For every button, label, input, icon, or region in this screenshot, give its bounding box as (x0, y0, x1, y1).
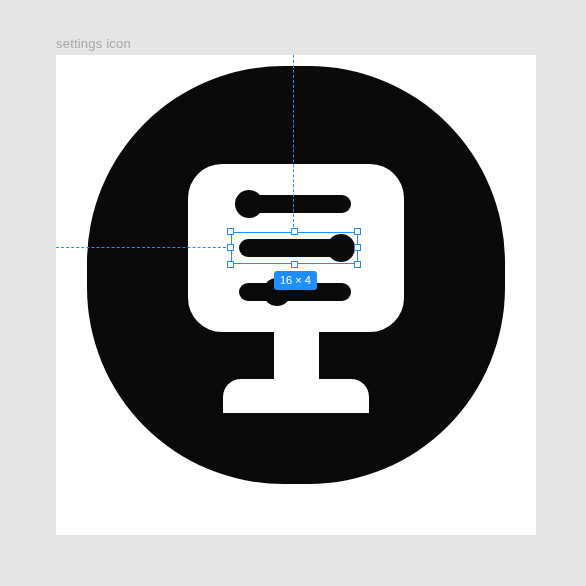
slider-knob-3 (263, 278, 291, 306)
layer-name-label: settings icon (56, 36, 131, 51)
monitor-stand-base (223, 379, 369, 413)
slider-knob-2[interactable] (327, 234, 355, 262)
slider-bar-3 (239, 283, 351, 301)
icon-canvas[interactable]: 16 × 4 (56, 55, 536, 535)
design-editor-stage: settings icon 16 × 4 (0, 0, 586, 586)
slider-knob-1 (235, 190, 263, 218)
